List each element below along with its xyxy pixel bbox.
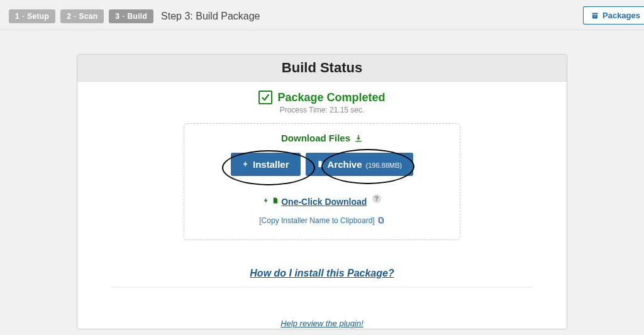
packages-button-label: Packages: [602, 11, 640, 20]
copy-installer-text: [Copy Installer Name to Clipboard]: [259, 216, 374, 225]
wizard-title: Step 3: Build Package: [161, 11, 260, 22]
review-link[interactable]: Help review the plugin!: [280, 319, 364, 328]
content-area: Build Status Package Completed Process T…: [0, 30, 644, 329]
panel-title: Build Status: [77, 55, 567, 82]
one-click-download-link[interactable]: One-Click Download: [263, 196, 367, 207]
wizard-topbar: 1-Setup 2-Scan 3-Build Step 3: Build Pac…: [0, 0, 644, 30]
download-box: Download Files Installer Archive (196.88…: [184, 123, 460, 240]
help-icon[interactable]: ?: [372, 194, 381, 203]
installer-button[interactable]: Installer: [231, 153, 301, 176]
process-time: Process Time: 21.15 sec.: [77, 106, 567, 114]
clipboard-icon: [377, 217, 385, 224]
how-install-link[interactable]: How do I install this Package?: [250, 268, 394, 278]
file-icon: [317, 160, 324, 168]
step-scan[interactable]: 2-Scan: [60, 9, 104, 23]
archive-label: Archive: [328, 159, 362, 170]
download-heading: Download Files: [281, 133, 363, 143]
separator: [111, 287, 532, 287]
download-icon: [354, 134, 363, 143]
one-click-label: One-Click Download: [281, 197, 367, 207]
download-buttons: Installer Archive (196.88MB): [196, 153, 448, 176]
step-number: 1: [15, 12, 19, 21]
download-heading-text: Download Files: [281, 133, 350, 143]
packages-button[interactable]: Packages: [583, 6, 644, 25]
copy-installer-link[interactable]: [Copy Installer Name to Clipboard]: [259, 216, 384, 225]
bolt-icon: [242, 160, 249, 168]
build-status-panel: Build Status Package Completed Process T…: [77, 54, 567, 329]
archive-size: (196.88MB): [366, 162, 402, 169]
installer-label: Installer: [253, 159, 289, 170]
check-icon: [258, 91, 272, 104]
step-label: Scan: [79, 12, 97, 21]
file-icon: [272, 196, 279, 207]
one-click-row: One-Click Download ?: [196, 185, 448, 207]
step-label: Build: [128, 12, 148, 21]
completed-text: Package Completed: [277, 91, 385, 104]
completed-line: Package Completed: [77, 91, 567, 104]
step-build[interactable]: 3-Build: [109, 9, 153, 23]
archive-box-icon: [591, 12, 599, 19]
archive-button[interactable]: Archive (196.88MB): [306, 153, 414, 176]
step-number: 2: [67, 12, 71, 21]
wizard-steps: 1-Setup 2-Scan 3-Build: [9, 9, 153, 23]
step-label: Setup: [27, 12, 49, 21]
review-row: Help review the plugin!: [77, 317, 567, 329]
bolt-icon: [263, 196, 269, 207]
step-setup[interactable]: 1-Setup: [9, 9, 55, 23]
step-number: 3: [115, 12, 119, 21]
how-install-row: How do I install this Package?: [77, 268, 567, 279]
